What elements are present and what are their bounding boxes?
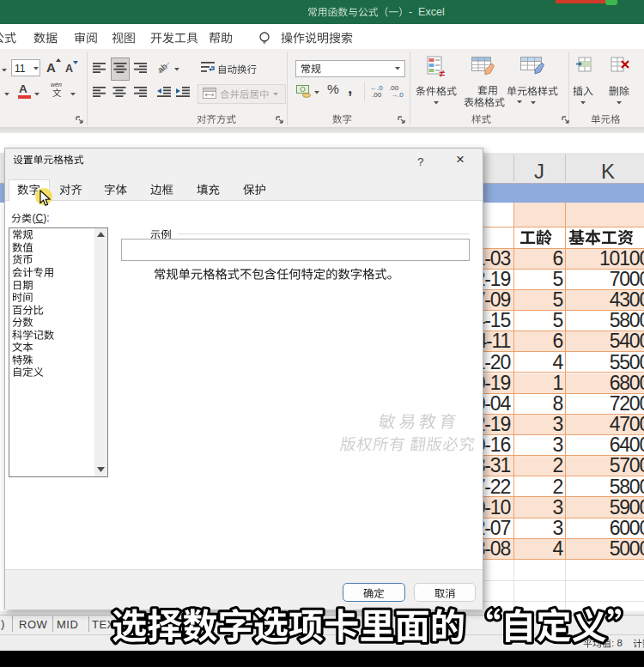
svg-text:ab: ab: [157, 61, 169, 75]
svg-text:≠: ≠: [439, 67, 445, 79]
